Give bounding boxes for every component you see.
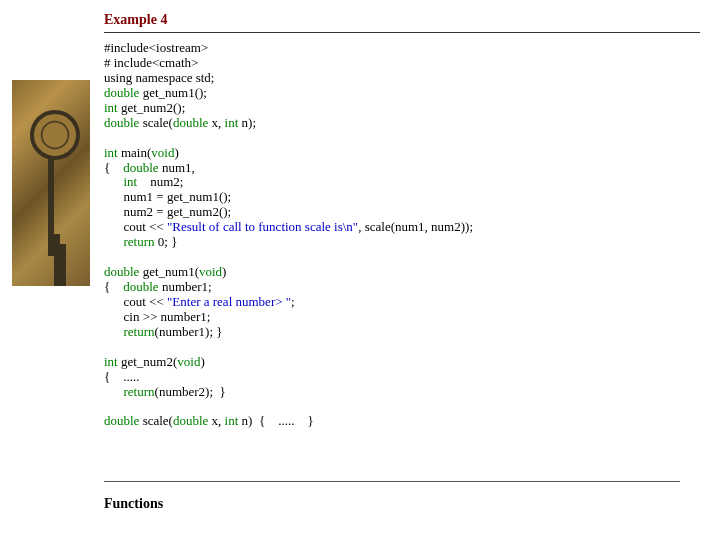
code-line: #include<iostream>	[104, 40, 208, 55]
code-text: x,	[208, 413, 224, 428]
keyword: void	[177, 354, 200, 369]
code-block: #include<iostream> # include<cmath> usin…	[104, 41, 700, 429]
code-text: n) { ..... }	[238, 413, 313, 428]
keyword: double	[104, 115, 139, 130]
keyword: int	[104, 100, 118, 115]
keyword: int	[104, 354, 118, 369]
keyword: int	[104, 145, 118, 160]
keyword: double	[123, 279, 158, 294]
code-text: )	[200, 354, 204, 369]
slide-content: Example 4 #include<iostream> # include<c…	[104, 12, 700, 429]
keyword: int	[124, 174, 138, 189]
code-line: cin >> number1;	[104, 309, 210, 324]
code-text: scale(	[139, 115, 173, 130]
string-literal: "Result of call to function scale is\n"	[167, 219, 358, 234]
code-text: num1,	[159, 160, 195, 175]
keyword: return	[124, 234, 155, 249]
keyword: double	[123, 160, 158, 175]
code-line: using namespace std;	[104, 70, 214, 85]
code-text	[104, 384, 124, 399]
keyword: void	[199, 264, 222, 279]
keyword: double	[173, 115, 208, 130]
key-image	[12, 80, 90, 286]
title-rule	[104, 32, 700, 33]
code-text: (number1); }	[155, 324, 223, 339]
code-text: get_num2();	[118, 100, 186, 115]
code-text: get_num1(	[139, 264, 199, 279]
string-literal: "Enter a real number> "	[167, 294, 291, 309]
footer-rule	[104, 481, 680, 482]
keyword: return	[124, 324, 155, 339]
keyword: int	[225, 413, 239, 428]
code-text: 0; }	[155, 234, 178, 249]
code-text: scale(	[139, 413, 173, 428]
code-text: main(	[118, 145, 152, 160]
code-text: (number2); }	[155, 384, 226, 399]
keyword: double	[173, 413, 208, 428]
code-text	[104, 174, 124, 189]
code-line: num1 = get_num1();	[104, 189, 231, 204]
code-text: n);	[238, 115, 256, 130]
keyword: void	[151, 145, 174, 160]
code-line: { .....	[104, 369, 140, 384]
code-text: )	[174, 145, 178, 160]
code-line: # include<cmath>	[104, 55, 198, 70]
keyword: int	[225, 115, 239, 130]
code-text: ;	[291, 294, 295, 309]
code-text: cout <<	[104, 219, 167, 234]
keyword: double	[104, 85, 139, 100]
code-text: )	[222, 264, 226, 279]
keyword: double	[104, 264, 139, 279]
code-text: {	[104, 279, 123, 294]
code-text: get_num1();	[139, 85, 207, 100]
code-text: cout <<	[104, 294, 167, 309]
code-text: {	[104, 160, 123, 175]
keyword: double	[104, 413, 139, 428]
code-text: , scale(num1, num2));	[358, 219, 473, 234]
footer-text: Functions	[104, 496, 163, 512]
code-line: num2 = get_num2();	[104, 204, 231, 219]
keyword: return	[124, 384, 155, 399]
code-text	[104, 234, 124, 249]
slide-title: Example 4	[104, 12, 700, 28]
code-text: x,	[208, 115, 224, 130]
code-text	[104, 324, 124, 339]
code-text: get_num2(	[118, 354, 178, 369]
code-text: num2;	[137, 174, 183, 189]
code-text: number1;	[159, 279, 212, 294]
